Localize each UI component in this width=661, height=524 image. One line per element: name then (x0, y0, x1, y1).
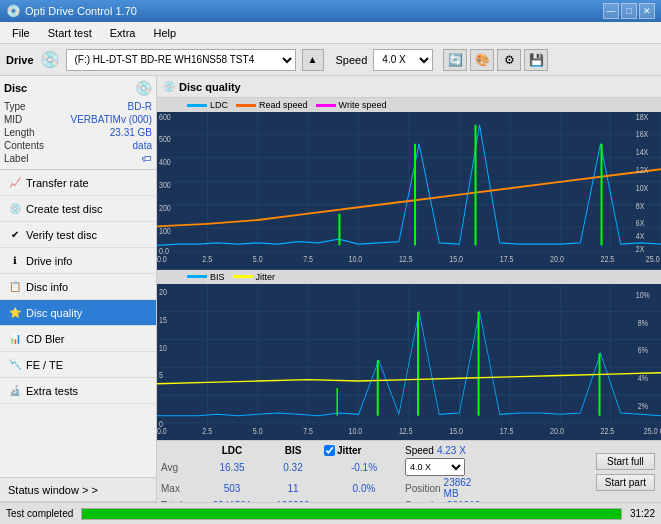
read-label: Read speed (259, 100, 308, 110)
chart1-legend: LDC Read speed Write speed (157, 98, 661, 112)
status-window-button[interactable]: Status window > > (0, 478, 156, 502)
disc-length-val: 23.31 GB (110, 127, 152, 138)
disc-contents-val: data (133, 140, 152, 151)
sidebar-item-label: Create test disc (26, 203, 102, 215)
start-full-button[interactable]: Start full (596, 453, 655, 470)
svg-text:400: 400 (159, 158, 171, 168)
settings-button[interactable]: ⚙ (497, 49, 521, 71)
svg-text:20: 20 (159, 285, 167, 296)
maximize-button[interactable]: □ (621, 3, 637, 19)
speed-select-stat[interactable]: 4.0 X (405, 458, 465, 476)
svg-rect-67 (599, 353, 601, 415)
status-area: Status window > > (0, 477, 156, 502)
sidebar-item-label: Drive info (26, 255, 72, 267)
sidebar-item-verify-test-disc[interactable]: ✔ Verify test disc (0, 222, 156, 248)
svg-text:14X: 14X (636, 147, 649, 157)
menu-file[interactable]: File (4, 25, 38, 41)
sidebar-item-transfer-rate[interactable]: 📈 Transfer rate (0, 170, 156, 196)
svg-text:16X: 16X (636, 130, 649, 140)
chart2-legend: BIS Jitter (157, 270, 661, 284)
bottom-stats: LDC BIS Jitter Speed 4.23 X Avg 16.35 0.… (157, 440, 661, 502)
sidebar-item-fe-te[interactable]: 📉 FE / TE (0, 352, 156, 378)
svg-text:300: 300 (159, 180, 171, 190)
svg-text:6X: 6X (636, 219, 645, 229)
avg-ldc: 16.35 (202, 462, 262, 473)
max-jitter: 0.0% (324, 483, 404, 494)
sidebar-item-create-test-disc[interactable]: 💿 Create test disc (0, 196, 156, 222)
disc-label-key: Label (4, 153, 28, 164)
svg-text:12X: 12X (636, 165, 649, 175)
max-label: Max (161, 483, 201, 494)
svg-rect-68 (336, 387, 338, 415)
avg-label: Avg (161, 462, 201, 473)
action-buttons: Start full Start part (590, 441, 661, 502)
disc-type-row: Type BD-R (4, 100, 152, 113)
chart1-body: 600 500 400 300 200 100 0.0 18X 16X 14X … (157, 112, 661, 265)
jitter-legend: Jitter (233, 272, 276, 282)
content-header-icon: 💿 (163, 81, 175, 92)
sidebar-item-drive-info[interactable]: ℹ Drive info (0, 248, 156, 274)
app-title: Opti Drive Control 1.70 (25, 5, 137, 17)
svg-text:10.0: 10.0 (349, 424, 363, 435)
disc-mid-label: MID (4, 114, 22, 125)
progress-bar-container (81, 508, 622, 520)
disc-mid-row: MID VERBATIMv (000) (4, 113, 152, 126)
total-bis: 123820 (263, 500, 323, 502)
sidebar-item-disc-quality[interactable]: ⭐ Disc quality (0, 300, 156, 326)
avg-jitter: -0.1% (324, 462, 404, 473)
jitter-checkbox[interactable] (324, 445, 335, 456)
bis-legend: BIS (187, 272, 225, 282)
content-title: Disc quality (179, 81, 241, 93)
svg-text:2.5: 2.5 (202, 424, 212, 435)
refresh-button[interactable]: 🔄 (443, 49, 467, 71)
sidebar-item-disc-info[interactable]: 📋 Disc info (0, 274, 156, 300)
total-label: Total (161, 500, 201, 502)
sidebar-item-label: Extra tests (26, 385, 78, 397)
write-label: Write speed (339, 100, 387, 110)
position-val: 23862 MB (444, 477, 475, 499)
save-button[interactable]: 💾 (524, 49, 548, 71)
chart2-svg: 20 15 10 5 0 10% 8% 6% 4% 2% 0.0 2.5 (157, 284, 661, 437)
speed-label-stat: Speed (405, 445, 434, 456)
samples-val: 381018 (447, 500, 480, 502)
start-part-button[interactable]: Start part (596, 474, 655, 491)
sidebar-item-extra-tests[interactable]: 🔬 Extra tests (0, 378, 156, 404)
svg-text:8X: 8X (636, 201, 645, 211)
bis-label: BIS (210, 272, 225, 282)
svg-text:10: 10 (159, 341, 167, 352)
speed-container: Speed 4.23 X (405, 445, 475, 456)
read-legend: Read speed (236, 100, 308, 110)
disc-length-label: Length (4, 127, 35, 138)
sidebar-item-cd-bler[interactable]: 📊 CD Bler (0, 326, 156, 352)
jitter-label: Jitter (256, 272, 276, 282)
drive-select[interactable]: (F:) HL-DT-ST BD-RE WH16NS58 TST4 (66, 49, 296, 71)
svg-text:12.5: 12.5 (399, 424, 413, 435)
eject-button[interactable]: ▲ (302, 49, 324, 71)
svg-text:2%: 2% (638, 399, 649, 410)
svg-text:10X: 10X (636, 183, 649, 193)
content-area: 💿 Disc quality LDC Read speed (157, 76, 661, 502)
minimize-button[interactable]: — (603, 3, 619, 19)
avg-bis: 0.32 (263, 462, 323, 473)
disc-change-icon[interactable]: 💿 (135, 80, 152, 96)
jitter-checkbox-container: Jitter (324, 445, 404, 456)
nav-items: 📈 Transfer rate 💿 Create test disc ✔ Ver… (0, 170, 156, 477)
svg-rect-18 (414, 144, 416, 246)
svg-rect-19 (475, 125, 477, 246)
menu-help[interactable]: Help (145, 25, 184, 41)
svg-rect-66 (478, 311, 480, 415)
color-button[interactable]: 🎨 (470, 49, 494, 71)
sidebar-item-label: FE / TE (26, 359, 63, 371)
menu-start-test[interactable]: Start test (40, 25, 100, 41)
ldc-color (187, 104, 207, 107)
read-color (236, 104, 256, 107)
chart1-svg: 600 500 400 300 200 100 0.0 18X 16X 14X … (157, 112, 661, 265)
samples-container: Samples 381018 (405, 500, 475, 502)
speed-select[interactable]: 4.0 X (373, 49, 433, 71)
ldc-header: LDC (202, 444, 262, 457)
svg-text:20.0: 20.0 (550, 254, 564, 264)
menu-extra[interactable]: Extra (102, 25, 144, 41)
create-disc-icon: 💿 (8, 202, 22, 216)
jitter-color (233, 275, 253, 278)
close-button[interactable]: ✕ (639, 3, 655, 19)
